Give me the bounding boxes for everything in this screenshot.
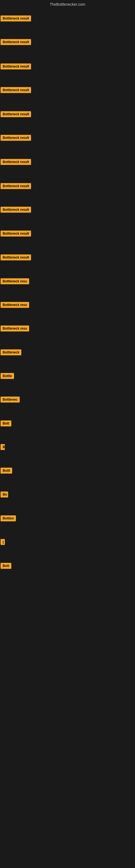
bottleneck-label-9: Bottleneck result [1, 230, 31, 237]
site-title: TheBottlenecker.com [0, 0, 135, 9]
bottleneck-label-1: Bottleneck result [1, 39, 31, 45]
bottleneck-item-21: Bottlen [1, 516, 16, 522]
bottleneck-item-7: Bottleneck result [1, 183, 31, 190]
bottleneck-label-10: Bottleneck result [1, 254, 31, 260]
bottleneck-label-0: Bottleneck result [1, 16, 31, 22]
bottleneck-label-17: Bott [1, 421, 11, 426]
bottleneck-item-3: Bottleneck result [1, 87, 31, 94]
bottleneck-item-0: Bottleneck result [1, 16, 31, 23]
bottleneck-item-5: Bottleneck result [1, 135, 31, 142]
bottleneck-label-13: Bottleneck resu [1, 326, 29, 332]
bottleneck-label-5: Bottleneck result [1, 135, 31, 141]
bottleneck-item-6: Bottleneck result [1, 159, 31, 166]
bottleneck-item-10: Bottleneck result [1, 254, 31, 261]
bottleneck-label-2: Bottleneck result [1, 63, 31, 69]
bottleneck-label-3: Bottleneck result [1, 87, 31, 93]
bottleneck-item-20: Bo [1, 492, 8, 499]
bottleneck-item-14: Bottleneck [1, 349, 21, 356]
bottleneck-item-15: Bottle [1, 373, 14, 380]
bottleneck-label-19: Bottl [1, 468, 12, 474]
bottleneck-item-18: B [1, 444, 5, 451]
bottleneck-item-22: | [1, 539, 5, 546]
bottleneck-item-2: Bottleneck result [1, 63, 31, 70]
bottleneck-label-4: Bottleneck result [1, 111, 31, 117]
bottleneck-item-4: Bottleneck result [1, 111, 31, 118]
bottleneck-item-12: Bottleneck resu [1, 302, 29, 309]
bottleneck-item-8: Bottleneck result [1, 207, 31, 214]
bottleneck-label-14: Bottleneck [1, 349, 21, 355]
bottleneck-item-16: Bottlenec [1, 397, 20, 404]
bottleneck-label-7: Bottleneck result [1, 183, 31, 189]
bottleneck-item-9: Bottleneck result [1, 230, 31, 238]
bottleneck-label-8: Bottleneck result [1, 207, 31, 213]
bottleneck-label-20: Bo [1, 492, 8, 497]
bottleneck-label-12: Bottleneck resu [1, 302, 29, 308]
bottleneck-item-1: Bottleneck result [1, 39, 31, 46]
bottleneck-label-11: Bottleneck resu [1, 278, 29, 284]
bottleneck-label-6: Bottleneck result [1, 159, 31, 165]
bottleneck-label-15: Bottle [1, 373, 14, 379]
bottleneck-item-13: Bottleneck resu [1, 326, 29, 333]
bottleneck-item-19: Bottl [1, 468, 12, 475]
bottleneck-item-11: Bottleneck resu [1, 278, 29, 285]
bottleneck-label-21: Bottlen [1, 516, 16, 521]
bottleneck-label-22: | [1, 539, 5, 545]
bottleneck-item-17: Bott [1, 421, 11, 428]
bottleneck-label-18: B [1, 444, 5, 450]
bottleneck-label-23: Bott [1, 563, 11, 569]
bottleneck-item-23: Bott [1, 563, 11, 570]
bottleneck-label-16: Bottlenec [1, 397, 20, 403]
